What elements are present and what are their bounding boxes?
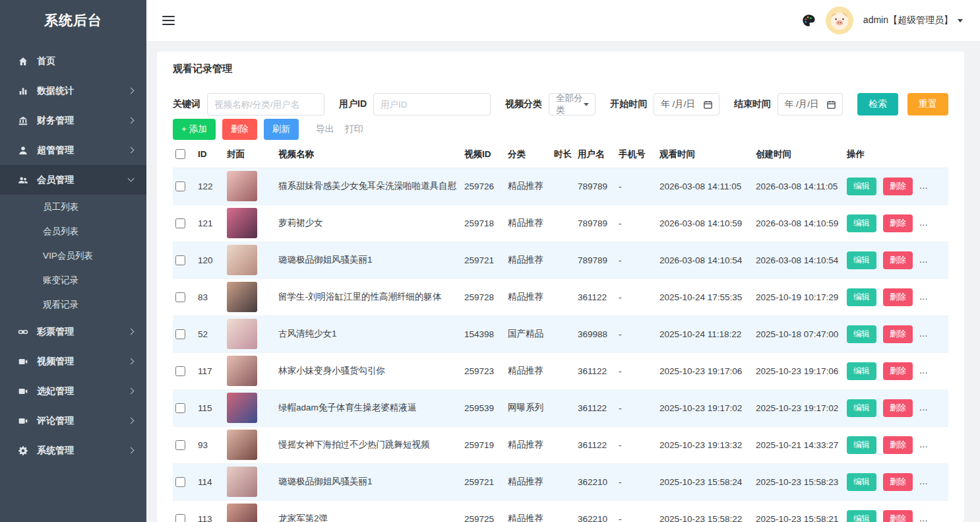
row-checkbox[interactable] (175, 292, 185, 302)
edit-button[interactable]: 编辑 (847, 325, 876, 343)
edit-button[interactable]: 编辑 (847, 251, 876, 269)
video-thumbnail[interactable] (227, 245, 257, 275)
delete-button[interactable]: 删除 (883, 510, 913, 522)
sidebar-subitem-4-0[interactable]: 员工列表 (0, 195, 146, 219)
stats-button[interactable]: 统计 (919, 178, 948, 195)
video-category: 精品推荐 (505, 352, 551, 389)
video-id: 259718 (462, 205, 505, 242)
stats-button[interactable]: 统计 (919, 251, 948, 269)
sidebar-subitem-4-1[interactable]: 会员列表 (0, 219, 146, 244)
video-thumbnail[interactable] (227, 356, 257, 386)
sidebar-item-1[interactable]: 数据统计 (0, 76, 146, 106)
sidebar-item-0[interactable]: 首页 (0, 46, 146, 76)
row-checkbox[interactable] (175, 218, 185, 228)
delete-button[interactable]: 删除 (883, 251, 913, 269)
start-date-input[interactable]: 年 /月/日 (654, 93, 719, 115)
row-checkbox[interactable] (175, 181, 185, 191)
row-checkbox[interactable] (175, 514, 185, 522)
theme-palette-icon[interactable] (801, 13, 816, 28)
bulk-delete-button[interactable]: 删除 (222, 119, 257, 140)
delete-button[interactable]: 删除 (883, 436, 913, 454)
stats-button[interactable]: 统计 (919, 399, 948, 417)
video-thumbnail[interactable] (227, 504, 257, 522)
video-thumbnail[interactable] (227, 319, 257, 349)
keyword-input[interactable] (207, 93, 324, 115)
select-all-checkbox[interactable] (175, 149, 185, 159)
row-checkbox[interactable] (175, 366, 185, 376)
video-thumbnail[interactable] (227, 282, 257, 312)
stats-button[interactable]: 统计 (919, 436, 948, 454)
sidebar-toggle-icon[interactable] (162, 13, 175, 28)
sidebar-item-3[interactable]: 超管管理 (0, 135, 146, 165)
delete-button[interactable]: 删除 (883, 214, 913, 232)
delete-button[interactable]: 删除 (883, 399, 913, 417)
edit-button[interactable]: 编辑 (847, 178, 876, 195)
user-menu[interactable]: admin【超级管理员】 (863, 15, 963, 26)
sidebar-item-label: 彩票管理 (37, 326, 129, 338)
column-header-6: 用户名 (575, 141, 616, 168)
video-duration (551, 205, 575, 242)
row-id: 122 (195, 168, 224, 205)
row-username: 361122 (575, 389, 616, 426)
userid-input[interactable] (373, 93, 491, 115)
sidebar-item-4[interactable]: 会员管理 (0, 165, 146, 195)
stats-button[interactable]: 统计 (919, 288, 948, 306)
sidebar-item-9[interactable]: 系统管理 (0, 436, 146, 465)
sidebar-item-6[interactable]: 视频管理 (0, 346, 146, 376)
row-checkbox[interactable] (175, 255, 185, 265)
print-button[interactable]: 打印 (345, 123, 363, 135)
edit-button[interactable]: 编辑 (847, 362, 876, 380)
sidebar-item-5[interactable]: 彩票管理 (0, 317, 146, 346)
end-date-input[interactable]: 年 /月/日 (778, 93, 843, 115)
link-icon (18, 327, 28, 337)
search-button[interactable]: 检索 (857, 93, 898, 115)
row-username: 789789 (575, 168, 616, 205)
delete-button[interactable]: 删除 (883, 362, 913, 380)
category-select[interactable]: 全部分类 (549, 93, 596, 115)
delete-button[interactable]: 删除 (883, 325, 913, 343)
refresh-button[interactable]: 刷新 (264, 119, 299, 140)
edit-button[interactable]: 编辑 (847, 510, 876, 522)
edit-button[interactable]: 编辑 (847, 288, 876, 306)
video-thumbnail[interactable] (227, 171, 257, 201)
stats-button[interactable]: 统计 (919, 325, 948, 343)
delete-button[interactable]: 删除 (883, 178, 913, 195)
sidebar-item-2[interactable]: 财务管理 (0, 106, 146, 135)
row-checkbox[interactable] (175, 477, 185, 487)
stats-button[interactable]: 统计 (919, 473, 948, 491)
row-checkbox[interactable] (175, 440, 185, 450)
row-checkbox[interactable] (175, 403, 185, 413)
video-thumbnail[interactable] (227, 467, 257, 497)
chevron-icon (128, 88, 135, 94)
create-time: 2025-10-23 15:58:21 (753, 500, 844, 522)
export-button[interactable]: 导出 (316, 123, 334, 135)
row-checkbox[interactable] (175, 329, 185, 339)
edit-button[interactable]: 编辑 (847, 436, 876, 454)
sidebar-subitem-4-4[interactable]: 观看记录 (0, 292, 146, 317)
watch-time: 2025-10-23 15:58:22 (657, 500, 753, 522)
stats-button[interactable]: 统计 (919, 510, 948, 522)
edit-button[interactable]: 编辑 (847, 473, 876, 491)
sidebar-item-8[interactable]: 评论管理 (0, 406, 146, 436)
chevron-icon (128, 388, 135, 395)
stats-button[interactable]: 统计 (919, 362, 948, 380)
records-table: ID封面视频名称视频ID分类时长用户名手机号观看时间创建时间操作 122 猫系甜… (173, 141, 948, 522)
edit-button[interactable]: 编辑 (847, 399, 876, 417)
sidebar-subitem-4-3[interactable]: 账变记录 (0, 268, 146, 292)
stats-button[interactable]: 统计 (919, 214, 948, 232)
sidebar-item-7[interactable]: 选妃管理 (0, 376, 146, 406)
video-thumbnail[interactable] (227, 208, 257, 238)
row-phone: - (616, 463, 657, 500)
table-row: 120 璐璐极品御姐风骚美丽1 259721 精品推荐 789789 - 202… (173, 242, 948, 278)
edit-button[interactable]: 编辑 (847, 214, 876, 232)
reset-button[interactable]: 重置 (907, 93, 948, 115)
video-thumbnail[interactable] (227, 430, 257, 460)
row-username: 361122 (575, 278, 616, 315)
delete-button[interactable]: 删除 (883, 473, 913, 491)
video-thumbnail[interactable] (227, 393, 257, 423)
user-avatar[interactable] (826, 7, 853, 34)
add-button[interactable]: + 添加 (173, 119, 216, 140)
sidebar-subitem-4-2[interactable]: VIP会员列表 (0, 244, 146, 268)
delete-button[interactable]: 删除 (883, 288, 913, 306)
create-time: 2026-03-08 14:10:54 (753, 242, 844, 278)
